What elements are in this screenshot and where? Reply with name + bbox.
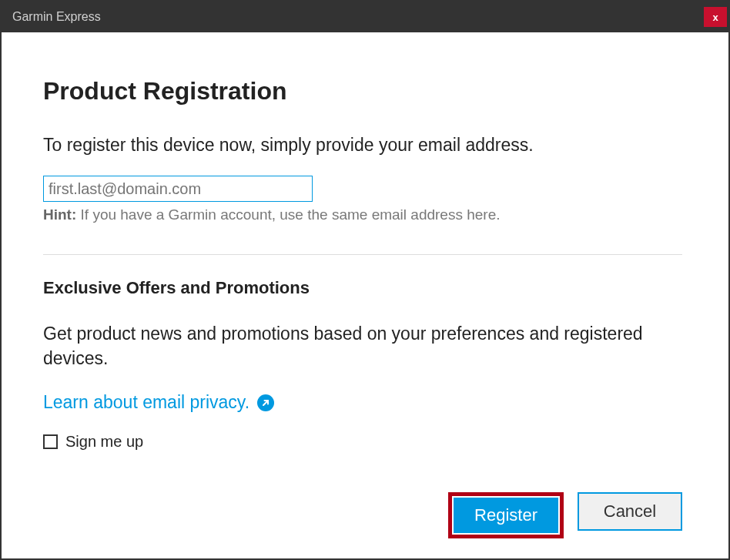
signup-label: Sign me up [65, 433, 143, 451]
hint-label: Hint: [43, 206, 76, 223]
register-button[interactable]: Register [454, 498, 558, 533]
instruction-text: To register this device now, simply prov… [43, 135, 682, 156]
hint-line: Hint: If you have a Garmin account, use … [43, 206, 682, 223]
app-window: Garmin Express x Product Registration To… [0, 0, 730, 560]
button-row: Register Cancel [448, 492, 682, 538]
page-title: Product Registration [43, 77, 682, 106]
signup-checkbox-row[interactable]: Sign me up [43, 433, 682, 451]
email-field[interactable] [43, 176, 313, 202]
hint-text: If you have a Garmin account, use the sa… [76, 206, 500, 223]
titlebar: Garmin Express x [2, 2, 728, 32]
privacy-link[interactable]: Learn about email privacy. [43, 392, 274, 413]
divider [43, 254, 682, 255]
cancel-button[interactable]: Cancel [578, 492, 682, 531]
content-area: Product Registration To register this de… [2, 32, 728, 558]
close-icon: x [712, 12, 718, 23]
privacy-link-text: Learn about email privacy. [43, 392, 249, 413]
offers-title: Exclusive Offers and Promotions [43, 278, 682, 298]
signup-checkbox[interactable] [43, 434, 58, 449]
register-highlight: Register [448, 492, 564, 538]
external-link-icon [257, 394, 274, 411]
close-button[interactable]: x [704, 7, 727, 27]
window-title: Garmin Express [12, 10, 101, 24]
offers-desc: Get product news and promotions based on… [43, 321, 682, 371]
